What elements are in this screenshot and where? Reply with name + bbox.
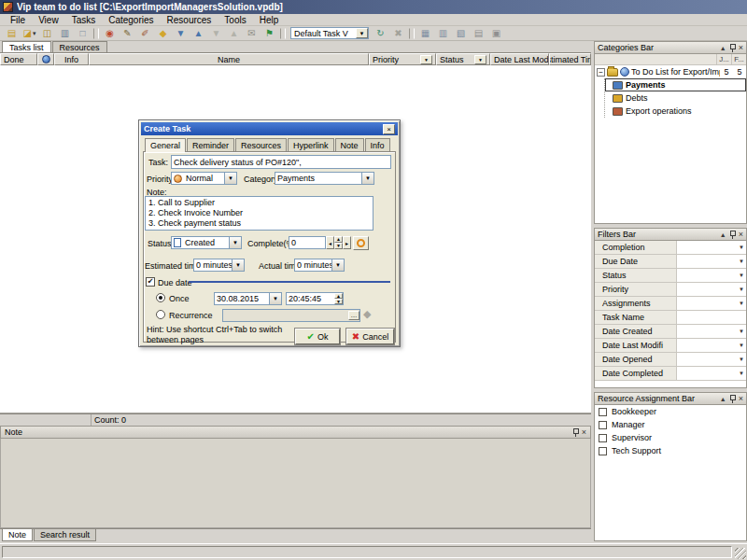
toolbar-button[interactable]: ◫ ▾ (39, 27, 55, 40)
filter-value-cell[interactable]: ▼ (677, 269, 746, 282)
chevron-down-icon[interactable]: ▼ (331, 259, 344, 271)
checkbox[interactable] (599, 408, 607, 416)
toolbar-button[interactable]: ▤ ▾ (4, 27, 20, 40)
note-input[interactable]: 1. Call to Supplier 2. Check Invoice Num… (145, 196, 374, 231)
chevron-down-icon[interactable]: ▼ (739, 301, 744, 306)
complete-input[interactable] (289, 236, 326, 249)
filter-value-cell[interactable]: ▼ (677, 353, 746, 366)
filter-value-cell[interactable]: ▼ (677, 297, 746, 310)
cancel-button[interactable]: ✖ Cancel (346, 329, 394, 344)
toolbar-button[interactable]: ▤ ▾ (471, 27, 486, 40)
chevron-down-icon[interactable]: ▾ (33, 30, 36, 37)
toolbar-button[interactable]: ▥ ▾ (57, 27, 73, 40)
toolbar-button[interactable]: ▲ ▾ (190, 27, 206, 40)
resource-item[interactable]: Bookkeeper (595, 405, 746, 418)
menu-item[interactable]: Resources (161, 14, 218, 26)
filter-value-cell[interactable]: ▼ (677, 283, 746, 296)
filters-bar-header[interactable]: Filters Bar ▲ × (594, 228, 747, 241)
bottom-tab[interactable]: Note (2, 529, 33, 541)
dialog-tab[interactable]: Note (335, 138, 364, 151)
menu-item[interactable]: Tools (218, 14, 252, 26)
toolbar-button[interactable]: ⚑ ▾ (261, 27, 277, 40)
categories-col-1[interactable]: J... (716, 54, 731, 64)
resize-grip-icon[interactable] (735, 548, 746, 559)
collapse-icon[interactable]: ▲ (720, 396, 726, 402)
chevron-down-icon[interactable]: ▼ (474, 55, 486, 64)
title-bar[interactable]: Vip team to do list [C:\ExportImportMana… (0, 0, 747, 14)
due-time-spinner[interactable]: 20:45:45 ▲ ▼ (286, 292, 344, 305)
close-icon[interactable]: × (739, 395, 743, 403)
toolbar-button[interactable]: ▾ (280, 28, 286, 39)
toolbar-button[interactable]: ▲ ▾ (226, 27, 242, 40)
bottom-tab[interactable]: Search result (34, 529, 96, 541)
actual-time-combo[interactable]: 0 minutes ▼ (294, 259, 345, 272)
toolbar-button[interactable]: ▼ ▾ (208, 27, 224, 40)
dialog-tab[interactable]: Reminder (187, 138, 234, 151)
close-icon[interactable]: × (582, 428, 586, 437)
chevron-down-icon[interactable]: ▼ (224, 173, 236, 184)
toolbar-button[interactable]: ▾ (409, 28, 415, 39)
spin-up-icon[interactable]: ▲ (334, 236, 343, 243)
menu-item[interactable]: View (32, 14, 65, 26)
close-icon[interactable]: × (383, 124, 395, 134)
column-priority[interactable]: Priority ▼ (369, 53, 436, 65)
toolbar-button[interactable]: ✉ ▾ (244, 27, 260, 40)
chevron-down-icon[interactable]: ▼ (356, 28, 368, 38)
collapse-icon[interactable]: ▲ (720, 45, 726, 51)
column-done[interactable]: Done (0, 53, 37, 65)
close-icon[interactable]: × (739, 44, 743, 52)
resource-item[interactable]: Manager (595, 418, 746, 431)
collapse-icon[interactable]: ▲ (720, 231, 726, 238)
collapse-tree-icon[interactable]: − (597, 68, 605, 77)
filter-value-cell[interactable]: ▼ (677, 311, 746, 324)
toolbar-button[interactable]: ◉ ▾ (102, 27, 118, 40)
categories-col-2[interactable]: F... (731, 54, 746, 64)
chevron-down-icon[interactable]: ▼ (739, 259, 744, 264)
estimated-time-combo[interactable]: 0 minutes ▼ (193, 259, 245, 272)
filter-value-cell[interactable]: ▼ (677, 367, 746, 380)
pin-icon[interactable] (729, 395, 736, 403)
due-date-checkbox[interactable]: ✔ (146, 277, 155, 287)
filter-value-cell[interactable]: ▼ (677, 255, 746, 268)
dialog-tab[interactable]: Hyperlink (288, 138, 334, 151)
task-input[interactable] (171, 155, 391, 169)
toolbar-button[interactable]: ✎ ▾ (120, 27, 135, 40)
toolbar-button[interactable]: ▼ ▾ (173, 27, 189, 40)
category-combo[interactable]: Payments ▼ (275, 172, 374, 185)
chevron-down-icon[interactable]: ▼ (739, 273, 744, 278)
toolbar-button[interactable]: ✐ ▾ (137, 27, 153, 40)
resource-item[interactable]: Supervisor (595, 431, 746, 444)
menu-item[interactable]: File (4, 14, 32, 26)
category-item[interactable]: Debts (605, 91, 746, 105)
status-combo[interactable]: Created ▼ (171, 236, 242, 249)
dialog-tab[interactable]: General (145, 138, 186, 152)
dialog-tab[interactable]: Info (365, 138, 390, 151)
checkbox[interactable] (599, 434, 607, 442)
categories-bar-header[interactable]: Categories Bar ▲ × (594, 41, 747, 54)
toolbar-button[interactable]: ▣ ▾ (488, 27, 504, 40)
checkbox[interactable] (599, 421, 607, 429)
filter-value-cell[interactable]: ▼ (677, 325, 746, 338)
column-name[interactable]: Name (89, 53, 369, 65)
menu-item[interactable]: Categories (102, 14, 160, 26)
chevron-down-icon[interactable]: ▼ (739, 287, 744, 292)
document-tab[interactable]: Tasks list (2, 41, 51, 52)
ellipsis-button[interactable]: … (348, 311, 359, 320)
once-radio[interactable] (156, 293, 165, 302)
priority-combo[interactable]: Normal ▼ (171, 172, 237, 185)
category-item[interactable]: Export operations (605, 105, 746, 118)
spin-down-icon[interactable]: ▼ (334, 299, 343, 304)
resource-item[interactable]: Tech Support (595, 444, 746, 457)
task-view-combo[interactable]: Default Task V ▼ (290, 27, 369, 39)
chevron-down-icon[interactable]: ▼ (361, 173, 374, 184)
document-tab[interactable]: Resources (52, 41, 107, 52)
chevron-down-icon[interactable]: ▼ (739, 329, 744, 334)
due-date-combo[interactable]: 30.08.2015 ▼ (214, 292, 282, 305)
toolbar-button[interactable]: ↻ ▾ (373, 27, 388, 40)
note-panel-body[interactable] (0, 439, 591, 528)
menu-item[interactable]: Tasks (65, 14, 103, 26)
spin-min-icon[interactable]: ◂ (326, 236, 334, 249)
toolbar-button[interactable]: ✖ ▾ (390, 27, 406, 40)
chevron-down-icon[interactable]: ▼ (739, 245, 744, 250)
close-icon[interactable]: × (739, 231, 743, 239)
